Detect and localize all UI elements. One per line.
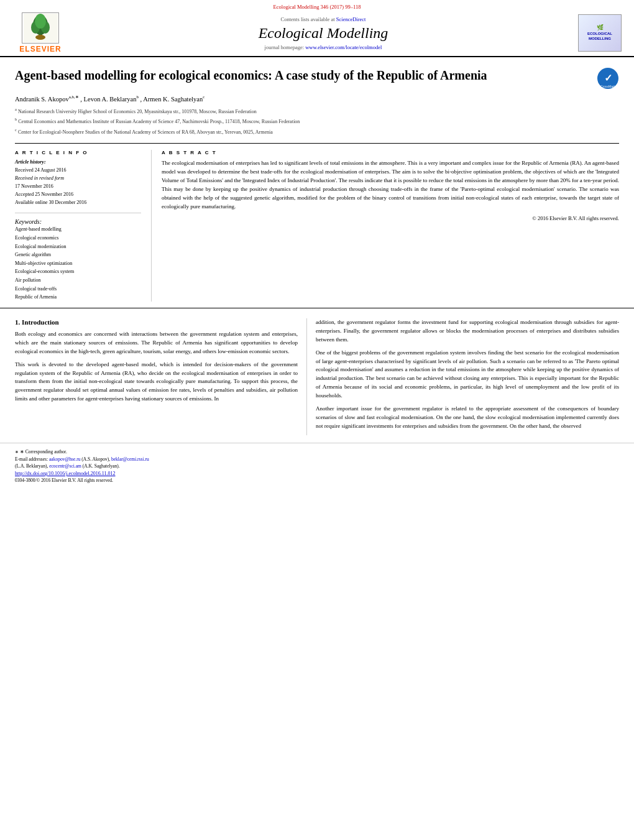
keywords-block: Keywords: Agent-based modelling Ecologic… (15, 218, 141, 301)
article-history-block: Article history: Received 24 August 2016… (15, 159, 141, 206)
divider (15, 213, 141, 213)
sciencedirect-link[interactable]: ScienceDirect (336, 16, 366, 22)
article-title: Agent-based modelling for ecological eco… (15, 67, 597, 83)
body-section: 1. Introduction Both ecology and economi… (0, 308, 634, 435)
date-accepted: Accepted 25 November 2016 (15, 191, 141, 199)
intro-heading: 1. Introduction (15, 318, 298, 326)
elsevier-logo: ELSEVIER (12, 12, 68, 53)
keyword-5: Multi-objective optimization (15, 259, 141, 268)
date-revised-value: 17 November 2016 (15, 183, 141, 191)
intro-para-5: Another important issue for the governme… (316, 405, 619, 431)
crossmark-logo: ✓ CrossMark (597, 67, 619, 90)
keyword-6: Ecological-economics system (15, 267, 141, 276)
journal-name: Ecological Modelling (75, 25, 572, 42)
svg-point-6 (35, 14, 46, 29)
keyword-7: Air pollution (15, 276, 141, 285)
article-info-abstract: A R T I C L E I N F O Article history: R… (15, 143, 619, 301)
corresponding-note: ∗ ∗ Corresponding author. (15, 448, 619, 456)
abstract-label: A B S T R A C T (162, 150, 619, 155)
affil-b: b Central Economics and Mathematics Inst… (15, 116, 619, 126)
body-left-col: 1. Introduction Both ecology and economi… (15, 318, 307, 435)
intro-para-3: addition, the government regulator forms… (316, 318, 619, 344)
keyword-1: Agent-based modelling (15, 225, 141, 234)
elsevier-tree-image (22, 12, 59, 44)
keyword-4: Genetic algorithm (15, 251, 141, 259)
elsevier-label: ELSEVIER (19, 45, 61, 53)
homepage-line: journal homepage: www.elsevier.com/locat… (75, 44, 572, 50)
svg-text:CrossMark: CrossMark (600, 85, 616, 88)
affil-a: a National Research University Higher Sc… (15, 106, 619, 116)
article-info-col: A R T I C L E I N F O Article history: R… (15, 150, 152, 301)
article-section: Agent-based modelling for ecological eco… (0, 57, 634, 302)
journal-title-area: Contents lists available at ScienceDirec… (68, 16, 578, 50)
footer-section: ∗ ∗ Corresponding author. E-mail address… (0, 443, 634, 486)
page-wrapper: Ecological Modelling 346 (2017) 99–118 (0, 0, 634, 840)
keyword-8: Ecological trade-offs (15, 285, 141, 293)
email-link[interactable]: aakopov@hse.ru (49, 456, 80, 462)
doi-link[interactable]: http://dx.doi.org/10.1016/j.ecolmodel.20… (15, 471, 619, 476)
journal-header: Ecological Modelling 346 (2017) 99–118 (0, 0, 634, 57)
affiliations: a National Research University Higher Sc… (15, 106, 619, 136)
date-revised-label: Received in revised form (15, 175, 141, 183)
journal-citation: Ecological Modelling 346 (2017) 99–118 (273, 4, 361, 10)
authors-line: Andranik S. Akopova,b,∗ , Levon A. Bekla… (15, 95, 619, 103)
intro-para-1: Both ecology and economics are concerned… (15, 330, 298, 356)
keywords-label: Keywords: (15, 218, 141, 225)
keyword-3: Ecological modernization (15, 242, 141, 251)
two-col-body: 1. Introduction Both ecology and economi… (15, 318, 619, 435)
date-online: Available online 30 December 2016 (15, 199, 141, 207)
homepage-link[interactable]: www.elsevier.com/locate/ecolmodel (305, 44, 382, 50)
header-content: ELSEVIER Contents lists available at Sci… (12, 12, 622, 53)
footer-copyright: 0304-3800/© 2016 Elsevier B.V. All right… (15, 478, 619, 483)
abstract-copyright: © 2016 Elsevier B.V. All rights reserved… (162, 215, 619, 221)
title-area: Agent-based modelling for ecological eco… (15, 67, 619, 90)
journal-citation-bar: Ecological Modelling 346 (2017) 99–118 (12, 4, 622, 10)
keyword-2: Ecological economics (15, 234, 141, 242)
affil-c: c Center for Ecological-Noosphere Studie… (15, 127, 619, 136)
intro-para-2: This work is devoted to the developed ag… (15, 361, 298, 404)
article-info-label: A R T I C L E I N F O (15, 150, 141, 155)
contents-line: Contents lists available at ScienceDirec… (75, 16, 572, 22)
eco-modelling-logo: 🌿 ECOLOGICAL MODELLING (578, 14, 622, 52)
intro-para-4: One of the biggest problems of the gover… (316, 349, 619, 401)
history-label: Article history: (15, 159, 141, 165)
keyword-9: Republic of Armenia (15, 293, 141, 302)
date-received: Received 24 August 2016 (15, 167, 141, 175)
email-line: E-mail addresses: aakopov@hse.ru (A.S. A… (15, 456, 619, 470)
email-link-3[interactable]: ecocentr@sci.am (49, 463, 81, 469)
svg-text:✓: ✓ (604, 73, 612, 83)
abstract-text: The ecological modernisation of enterpri… (162, 159, 619, 211)
abstract-col: A B S T R A C T The ecological modernisa… (152, 150, 619, 301)
body-right-col: addition, the government regulator forms… (307, 318, 619, 435)
email-link-2[interactable]: beklar@cemi.rssi.ru (111, 456, 149, 462)
